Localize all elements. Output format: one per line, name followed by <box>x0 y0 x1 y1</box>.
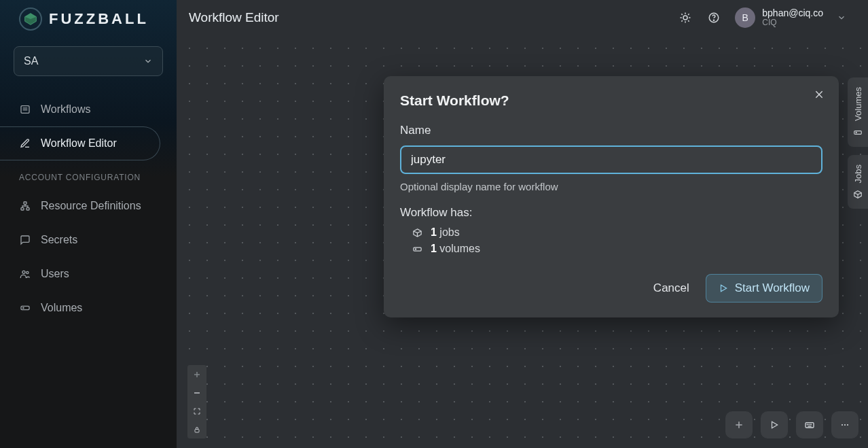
start-workflow-dialog: Start Workflow? Name Optional display na… <box>384 76 839 317</box>
svg-point-39 <box>842 424 843 426</box>
dots-icon <box>839 419 850 430</box>
panel-tab-label: Jobs <box>853 165 863 183</box>
cube-icon <box>412 228 422 238</box>
svg-line-19 <box>682 20 683 22</box>
panel-tab-label: Volumes <box>853 87 863 121</box>
svg-rect-5 <box>24 202 26 204</box>
jobs-count: 1 <box>431 226 437 238</box>
svg-point-24 <box>856 132 856 133</box>
sidebar-item-volumes[interactable]: Volumes <box>0 291 177 325</box>
help-button[interactable] <box>702 6 725 29</box>
svg-marker-48 <box>721 285 726 291</box>
topbar: Workflow Editor B bphan@ciq.co CIQ <box>177 0 868 35</box>
sitemap-icon <box>19 201 31 211</box>
user-org: CIQ <box>762 18 823 28</box>
svg-point-40 <box>844 424 846 426</box>
summary-volumes: 1 volumes <box>412 243 822 255</box>
play-icon <box>770 420 779 430</box>
page-title: Workflow Editor <box>189 10 279 25</box>
cancel-button[interactable]: Cancel <box>653 281 689 295</box>
run-button[interactable] <box>761 411 788 438</box>
brand-name: FUZZBALL <box>49 10 149 28</box>
svg-rect-23 <box>854 131 862 135</box>
project-selector-value: SA <box>24 55 143 67</box>
svg-point-36 <box>809 424 810 425</box>
start-workflow-button[interactable]: Start Workflow <box>706 274 822 303</box>
edit-icon <box>19 138 31 149</box>
sidebar: FUZZBALL SA Workflows Workflow Editor AC… <box>0 0 177 448</box>
avatar[interactable]: B <box>735 7 755 28</box>
svg-point-35 <box>807 424 808 425</box>
sidebar-item-label: Secrets <box>41 234 77 246</box>
svg-point-37 <box>811 424 812 425</box>
sidebar-item-secrets[interactable]: Secrets <box>0 223 177 257</box>
more-button[interactable] <box>831 411 858 438</box>
volumes-count: 1 <box>431 243 437 254</box>
svg-marker-33 <box>772 421 778 428</box>
panel-tab-volumes[interactable]: Volumes <box>848 77 868 147</box>
list-icon <box>19 104 31 115</box>
svg-point-12 <box>683 16 687 20</box>
sidebar-item-workflows[interactable]: Workflows <box>0 92 177 126</box>
user-menu-toggle[interactable] <box>830 6 853 29</box>
summary-title: Workflow has: <box>400 206 822 220</box>
logo-icon <box>19 7 42 31</box>
name-field-label: Name <box>400 124 822 137</box>
svg-rect-6 <box>21 208 24 210</box>
zoom-controls <box>187 365 206 438</box>
sidebar-item-workflow-editor[interactable]: Workflow Editor <box>0 126 160 160</box>
drive-icon <box>19 303 31 313</box>
volumes-label: volumes <box>437 243 480 254</box>
maximize-icon <box>193 407 201 415</box>
zoom-out-button[interactable] <box>187 383 206 402</box>
chat-icon <box>19 235 31 245</box>
drive-icon <box>853 128 863 137</box>
sun-icon <box>679 12 691 24</box>
user-info: bphan@ciq.co CIQ <box>762 7 823 28</box>
play-icon <box>719 283 728 293</box>
chevron-down-icon <box>143 56 153 66</box>
zoom-fit-button[interactable] <box>187 402 206 420</box>
drive-icon <box>412 244 422 254</box>
svg-point-11 <box>23 307 24 308</box>
zoom-lock-button[interactable] <box>187 420 206 438</box>
lock-icon <box>193 426 201 434</box>
sidebar-item-label: Users <box>41 268 69 280</box>
svg-rect-46 <box>414 247 421 251</box>
svg-rect-34 <box>806 423 814 428</box>
main: Workflow Editor B bphan@ciq.co CIQ Volum… <box>177 0 868 448</box>
svg-line-20 <box>688 14 689 15</box>
sidebar-item-label: Resource Definitions <box>41 200 141 212</box>
workflow-name-input[interactable] <box>400 145 822 174</box>
cube-icon <box>853 190 863 199</box>
chevron-down-icon <box>837 13 846 22</box>
sidebar-item-label: Volumes <box>41 302 82 314</box>
theme-toggle[interactable] <box>674 6 697 29</box>
keyboard-icon <box>804 419 815 430</box>
dialog-close-button[interactable] <box>812 87 827 102</box>
zoom-in-button[interactable] <box>187 365 206 383</box>
sidebar-section-label: ACCOUNT CONFIGURATION <box>0 160 177 189</box>
users-icon <box>19 269 31 279</box>
svg-line-18 <box>688 20 689 22</box>
close-icon <box>814 89 825 100</box>
editor-canvas[interactable]: Volumes Jobs <box>177 35 868 448</box>
svg-rect-30 <box>195 429 199 432</box>
sidebar-item-resource-definitions[interactable]: Resource Definitions <box>0 189 177 223</box>
plus-icon <box>734 419 744 430</box>
sidebar-item-label: Workflow Editor <box>41 137 117 150</box>
start-workflow-label: Start Workflow <box>735 281 810 295</box>
project-selector[interactable]: SA <box>14 46 163 76</box>
sidebar-item-label: Workflows <box>41 103 91 116</box>
svg-rect-10 <box>21 306 29 309</box>
summary-jobs: 1 jobs <box>412 226 822 239</box>
user-email: bphan@ciq.co <box>762 7 823 18</box>
svg-point-41 <box>847 424 848 426</box>
svg-point-22 <box>714 20 715 20</box>
panel-tab-jobs[interactable]: Jobs <box>848 155 868 209</box>
add-button[interactable] <box>725 411 753 438</box>
nav: Workflows Workflow Editor ACCOUNT CONFIG… <box>0 92 177 325</box>
minus-icon <box>193 389 201 397</box>
sidebar-item-users[interactable]: Users <box>0 257 177 291</box>
keyboard-button[interactable] <box>796 411 823 438</box>
